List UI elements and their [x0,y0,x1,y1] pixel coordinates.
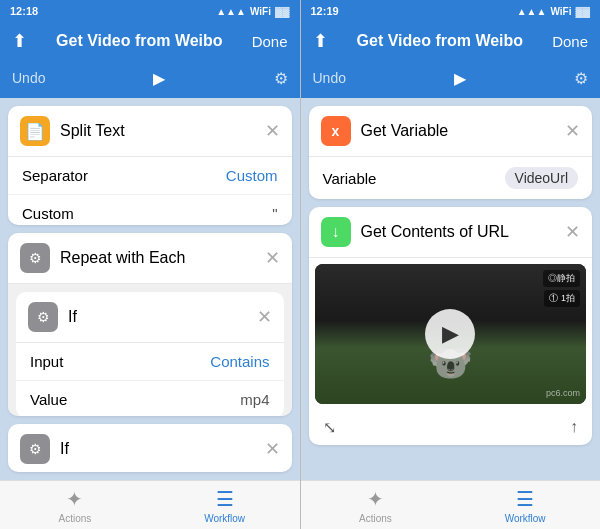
workflow-label: Workflow [204,513,245,524]
custom-row: Custom " [8,195,292,225]
custom-label: Custom [22,205,74,222]
if-nested-title: If [68,308,247,326]
video-watermark: ◎静拍 [543,270,580,287]
input-row: Input Contains [16,343,284,381]
if-bottom-icon: ⚙ [20,434,50,464]
repeat-icon: ⚙ [20,243,50,273]
split-text-header: 📄 Split Text ✕ [8,106,292,157]
right-title-bar: ⬆ Get Video from Weibo Done [301,22,601,62]
signal-icon: ▲▲▲ [216,6,246,17]
left-tab-bar: ✦ Actions ☰ Workflow [0,480,300,529]
left-status-bar: 12:18 ▲▲▲ WiFi ▓▓ [0,0,300,22]
right-status-bar: 12:19 ▲▲▲ WiFi ▓▓ [301,0,601,22]
actions-label: Actions [58,513,91,524]
variable-value-badge[interactable]: VideoUrl [505,167,578,189]
variable-label: Variable [323,170,377,187]
right-share-icon[interactable]: ⬆ [313,30,328,52]
value-label: Value [30,391,67,408]
split-text-close[interactable]: ✕ [265,122,280,140]
get-contents-title: Get Contents of URL [361,223,556,241]
right-content-area: x Get Variable ✕ Variable VideoUrl ↓ Get… [301,98,601,480]
split-text-icon: 📄 [20,116,50,146]
right-workflow-icon: ☰ [516,487,534,511]
pc6-watermark: pc6.com [546,388,580,398]
right-done-button[interactable]: Done [552,33,588,50]
split-text-title: Split Text [60,122,255,140]
input-label: Input [30,353,63,370]
left-settings-icon[interactable]: ⚙ [274,69,288,88]
video-controls: ⤡ ↑ [309,410,593,445]
left-toolbar: Undo ▶ ⚙ [0,62,300,98]
if-bottom-title: If [60,440,255,458]
right-tab-bar: ✦ Actions ☰ Workflow [301,480,601,529]
left-done-button[interactable]: Done [252,33,288,50]
separator-value[interactable]: Custom [226,167,278,184]
left-title-bar: ⬆ Get Video from Weibo Done [0,22,300,62]
wifi-icon: WiFi [250,6,271,17]
if-nested-close[interactable]: ✕ [257,308,272,326]
actions-icon: ✦ [66,487,83,511]
get-contents-url-card: ↓ Get Contents of URL ✕ 🐨 ◎静拍 ① 1拍 ▶ pc6… [309,207,593,445]
left-title: Get Video from Weibo [56,32,223,50]
share-video-button[interactable]: ↑ [570,418,578,437]
if-nested-header: ⚙ If ✕ [16,292,284,343]
separator-label: Separator [22,167,88,184]
get-variable-title: Get Variable [361,122,556,140]
right-status-icons: ▲▲▲ WiFi ▓▓ [517,6,590,17]
get-variable-close[interactable]: ✕ [565,122,580,140]
split-text-card: 📄 Split Text ✕ Separator Custom Custom " [8,106,292,225]
get-contents-icon: ↓ [321,217,351,247]
repeat-title: Repeat with Each [60,249,255,267]
get-variable-header: x Get Variable ✕ [309,106,593,157]
right-toolbar: Undo ▶ ⚙ [301,62,601,98]
get-contents-close[interactable]: ✕ [565,223,580,241]
video-counter: ① 1拍 [544,290,580,307]
fullscreen-button[interactable]: ⤡ [323,418,336,437]
left-tab-workflow[interactable]: ☰ Workflow [150,481,300,529]
input-value[interactable]: Contains [210,353,269,370]
left-content-area: 📄 Split Text ✕ Separator Custom Custom "… [0,98,300,480]
right-title: Get Video from Weibo [357,32,524,50]
right-tab-workflow[interactable]: ☰ Workflow [450,481,600,529]
left-share-icon[interactable]: ⬆ [12,30,27,52]
right-play-button[interactable]: ▶ [454,69,466,88]
custom-value: " [272,205,277,222]
right-workflow-label: Workflow [505,513,546,524]
right-wifi-icon: WiFi [550,6,571,17]
left-panel: 12:18 ▲▲▲ WiFi ▓▓ ⬆ Get Video from Weibo… [0,0,300,529]
right-battery-icon: ▓▓ [575,6,590,17]
repeat-card: ⚙ Repeat with Each ✕ ⚙ If ✕ Input [8,233,292,416]
get-variable-card: x Get Variable ✕ Variable VideoUrl [309,106,593,199]
repeat-header: ⚙ Repeat with Each ✕ [8,233,292,284]
if-nested-card: ⚙ If ✕ Input Contains Value mp4 [16,292,284,416]
if-bottom-close[interactable]: ✕ [265,440,280,458]
right-tab-actions[interactable]: ✦ Actions [301,481,451,529]
battery-icon: ▓▓ [275,6,290,17]
variable-row: Variable VideoUrl [309,157,593,199]
if-bottom-card: ⚙ If ✕ [8,424,292,472]
right-undo-button[interactable]: Undo [313,70,346,86]
left-time: 12:18 [10,5,38,17]
separator-row: Separator Custom [8,157,292,195]
workflow-icon: ☰ [216,487,234,511]
repeat-close[interactable]: ✕ [265,249,280,267]
video-play-button[interactable]: ▶ [425,309,475,359]
value-row: Value mp4 [16,381,284,416]
get-contents-header: ↓ Get Contents of URL ✕ [309,207,593,258]
right-time: 12:19 [311,5,339,17]
right-actions-label: Actions [359,513,392,524]
right-panel: 12:19 ▲▲▲ WiFi ▓▓ ⬆ Get Video from Weibo… [301,0,601,529]
video-thumbnail[interactable]: 🐨 ◎静拍 ① 1拍 ▶ pc6.com [315,264,587,404]
left-play-button[interactable]: ▶ [153,69,165,88]
get-variable-icon: x [321,116,351,146]
right-actions-icon: ✦ [367,487,384,511]
right-signal-icon: ▲▲▲ [517,6,547,17]
if-nested-icon: ⚙ [28,302,58,332]
right-settings-icon[interactable]: ⚙ [574,69,588,88]
value-value: mp4 [240,391,269,408]
left-undo-button[interactable]: Undo [12,70,45,86]
left-status-icons: ▲▲▲ WiFi ▓▓ [216,6,289,17]
left-tab-actions[interactable]: ✦ Actions [0,481,150,529]
nested-area: ⚙ If ✕ Input Contains Value mp4 [8,284,292,416]
if-bottom-header: ⚙ If ✕ [8,424,292,472]
